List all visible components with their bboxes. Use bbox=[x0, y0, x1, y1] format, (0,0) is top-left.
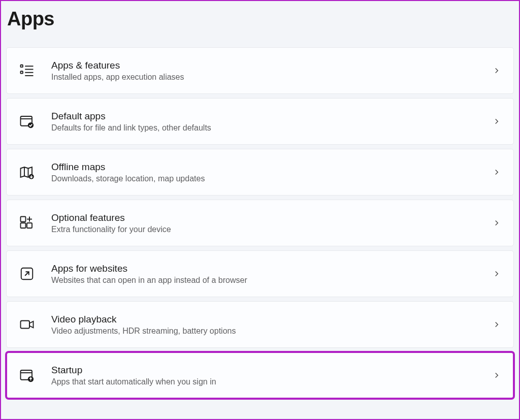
svg-rect-12 bbox=[21, 223, 26, 228]
item-title: Default apps bbox=[51, 111, 492, 122]
svg-rect-1 bbox=[21, 71, 23, 73]
settings-item-offline-maps[interactable]: Offline maps Downloads, storage location… bbox=[6, 149, 514, 196]
svg-rect-0 bbox=[21, 65, 23, 67]
item-title: Video playback bbox=[51, 314, 492, 325]
settings-list: Apps & features Installed apps, app exec… bbox=[6, 47, 514, 399]
settings-item-optional-features[interactable]: Optional features Extra functionality fo… bbox=[6, 200, 514, 246]
page-title: Apps bbox=[7, 8, 514, 30]
chevron-right-icon bbox=[492, 218, 501, 228]
settings-item-apps-for-websites[interactable]: Apps for websites Websites that can open… bbox=[6, 250, 514, 297]
item-title: Offline maps bbox=[51, 161, 492, 173]
chevron-right-icon bbox=[492, 320, 501, 329]
item-title: Apps & features bbox=[51, 60, 492, 71]
optional-features-icon bbox=[17, 213, 37, 233]
default-apps-icon bbox=[17, 111, 37, 132]
item-subtitle: Defaults for file and link types, other … bbox=[51, 123, 492, 133]
chevron-right-icon bbox=[492, 66, 501, 75]
settings-item-startup[interactable]: Startup Apps that start automatically wh… bbox=[6, 352, 514, 399]
item-subtitle: Installed apps, app execution aliases bbox=[51, 73, 492, 82]
item-title: Apps for websites bbox=[51, 263, 492, 274]
settings-item-video-playback[interactable]: Video playback Video adjustments, HDR st… bbox=[6, 301, 514, 348]
chevron-right-icon bbox=[492, 117, 501, 126]
svg-rect-13 bbox=[27, 223, 32, 228]
settings-item-apps-features[interactable]: Apps & features Installed apps, app exec… bbox=[6, 47, 514, 94]
offline-maps-icon bbox=[17, 162, 37, 182]
apps-for-websites-icon bbox=[17, 264, 37, 284]
chevron-right-icon bbox=[492, 269, 501, 278]
svg-rect-18 bbox=[21, 321, 30, 329]
item-subtitle: Websites that can open in an app instead… bbox=[51, 276, 492, 285]
item-title: Optional features bbox=[51, 212, 492, 223]
item-title: Startup bbox=[51, 365, 492, 376]
video-playback-icon bbox=[17, 314, 37, 335]
apps-features-icon bbox=[17, 60, 37, 81]
item-subtitle: Downloads, storage location, map updates bbox=[51, 174, 492, 183]
chevron-right-icon bbox=[492, 168, 501, 177]
item-subtitle: Apps that start automatically when you s… bbox=[51, 377, 492, 386]
item-subtitle: Extra functionality for your device bbox=[51, 225, 492, 234]
settings-item-default-apps[interactable]: Default apps Defaults for file and link … bbox=[6, 98, 514, 145]
item-subtitle: Video adjustments, HDR streaming, batter… bbox=[51, 327, 492, 336]
startup-icon bbox=[17, 365, 37, 385]
svg-rect-14 bbox=[21, 217, 26, 222]
chevron-right-icon bbox=[492, 371, 501, 380]
